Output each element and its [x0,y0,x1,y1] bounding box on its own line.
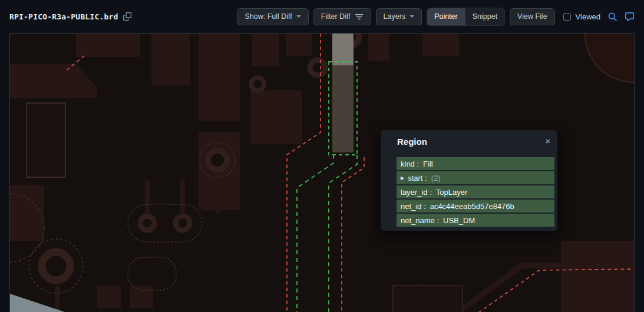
property-value: TopLayer [436,188,467,197]
property-key: layer_id : [401,188,432,197]
view-file-button[interactable]: View File [510,8,554,25]
popup-title: Region [397,137,427,147]
snippet-toggle[interactable]: Snippet [465,8,504,25]
show-diff-label: Show: Full Diff [245,12,292,21]
property-row-layer_id: layer_id :TopLayer [397,185,554,198]
property-value: (2) [431,174,441,182]
file-name: RPI-PICO-R3a-PUBLIC.brd [9,12,118,21]
property-row-kind: kind :Fill [397,157,554,170]
filter-diff-button[interactable]: Filter Diff [313,8,371,25]
property-key: net_name : [401,216,439,225]
region-popup: Region × kind :Fill▶start :(2)layer_id :… [381,130,557,231]
expand-triangle-icon[interactable]: ▶ [401,175,404,181]
show-diff-dropdown[interactable]: Show: Full Diff [237,8,308,25]
selected-region [329,34,357,155]
property-value: ac4c44eeab5d57e8476b [430,202,514,211]
layers-dropdown[interactable]: Layers [376,8,422,25]
property-key: start : [408,174,427,182]
pointer-toggle[interactable]: Pointer [427,8,465,25]
file-info: RPI-PICO-R3a-PUBLIC.brd [9,12,131,21]
filter-diff-label: Filter Diff [321,12,351,21]
viewed-control: Viewed [563,12,600,21]
chevron-down-icon [296,15,301,18]
property-value: USB_DM [443,216,475,225]
property-value: Fill [423,160,433,168]
diff-file-header: RPI-PICO-R3a-PUBLIC.brd Show: Full Diff … [0,0,644,33]
comment-icon[interactable] [625,12,635,22]
copy-icon[interactable] [123,12,131,21]
pcb-canvas[interactable]: Region × kind :Fill▶start :(2)layer_id :… [9,33,635,312]
viewed-label: Viewed [576,12,600,21]
property-row-net_name: net_name :USB_DM [397,214,554,227]
filter-lines-icon [355,12,364,21]
close-icon[interactable]: × [543,134,553,148]
property-row-net_id: net_id :ac4c44eeab5d57e8476b [397,200,554,213]
layers-label: Layers [384,12,406,21]
mode-segmented-control: Pointer Snippet [427,8,505,26]
toolbar-controls: Show: Full Diff Filter Diff Layers Point… [237,8,635,26]
popup-rows: kind :Fill▶start :(2)layer_id :TopLayern… [397,157,554,228]
search-icon[interactable] [607,12,617,22]
drag-handle-icon[interactable] [385,177,391,186]
property-key: kind : [401,160,419,168]
viewed-checkbox[interactable] [563,13,571,21]
chevron-down-icon [409,15,414,18]
property-key: net_id : [401,202,426,211]
property-row-start[interactable]: ▶start :(2) [397,171,554,184]
